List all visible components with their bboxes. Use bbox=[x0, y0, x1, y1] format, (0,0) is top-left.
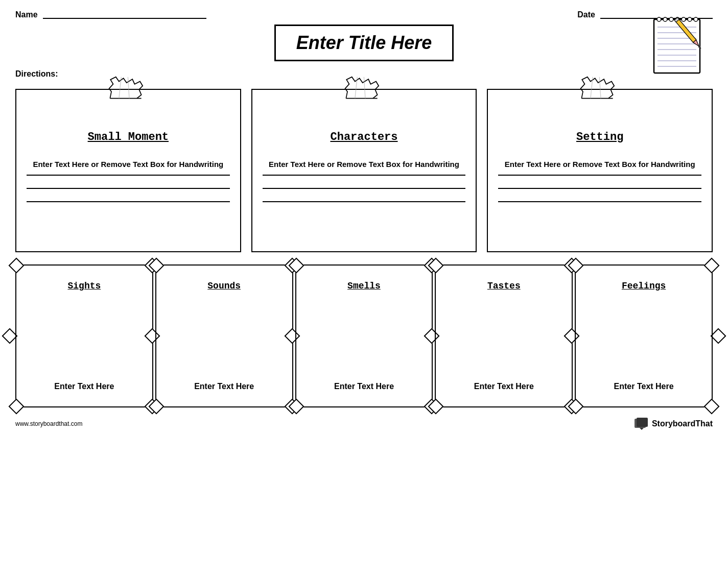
smells-title: Smells bbox=[347, 281, 381, 291]
svg-line-29 bbox=[600, 77, 601, 99]
header: Name Date bbox=[15, 10, 713, 19]
smells-text[interactable]: Enter Text Here bbox=[334, 382, 394, 391]
diamond-bl-sights bbox=[8, 398, 24, 414]
small-moment-card: Small Moment Enter Text Here or Remove T… bbox=[15, 89, 241, 252]
svg-rect-31 bbox=[637, 418, 648, 427]
tastes-text[interactable]: Enter Text Here bbox=[474, 382, 534, 391]
outer-right-diamond bbox=[710, 328, 726, 344]
card-line-2b bbox=[263, 201, 466, 202]
torn-top-3 bbox=[579, 76, 620, 103]
tastes-card: Tastes Enter Text Here bbox=[435, 264, 573, 407]
smells-card: Smells Enter Text Here bbox=[295, 264, 433, 407]
footer-url: www.storyboardthat.com bbox=[15, 420, 82, 427]
sights-title: Sights bbox=[67, 281, 101, 291]
setting-title: Setting bbox=[576, 131, 623, 143]
setting-text[interactable]: Enter Text Here or Remove Text Box for H… bbox=[498, 159, 701, 176]
torn-top-2 bbox=[344, 76, 385, 103]
svg-rect-0 bbox=[654, 19, 700, 73]
bottom-row-wrapper: Sights Enter Text Here Sounds Enter Text… bbox=[15, 264, 713, 407]
tastes-title: Tastes bbox=[487, 281, 521, 291]
card-line-3b bbox=[498, 201, 701, 202]
title-area: Enter Title Here bbox=[15, 25, 713, 61]
brand-name: StoryboardThat bbox=[652, 419, 713, 428]
characters-text[interactable]: Enter Text Here or Remove Text Box for H… bbox=[263, 159, 466, 176]
notepad-icon bbox=[646, 9, 713, 81]
card-line-2a bbox=[263, 188, 466, 189]
date-label: Date bbox=[577, 10, 595, 19]
name-label: Name bbox=[15, 10, 38, 19]
svg-point-3 bbox=[663, 17, 667, 21]
svg-point-2 bbox=[657, 17, 661, 21]
name-line bbox=[43, 11, 206, 19]
sounds-text[interactable]: Enter Text Here bbox=[194, 382, 254, 391]
card-line-1b bbox=[27, 201, 230, 202]
characters-title: Characters bbox=[330, 131, 397, 143]
footer: www.storyboardthat.com StoryboardThat bbox=[15, 418, 713, 430]
feelings-card: Feelings Enter Text Here bbox=[575, 264, 713, 407]
svg-marker-32 bbox=[640, 428, 644, 430]
bottom-cards-section: Sights Enter Text Here Sounds Enter Text… bbox=[15, 264, 713, 407]
diamond-br-feelings bbox=[703, 398, 719, 414]
diamond-tr-feelings bbox=[703, 257, 719, 273]
footer-brand: StoryboardThat bbox=[635, 418, 713, 430]
card-line-3a bbox=[498, 188, 701, 189]
sounds-card: Sounds Enter Text Here bbox=[155, 264, 293, 407]
card-line-1a bbox=[27, 188, 230, 189]
sounds-title: Sounds bbox=[207, 281, 241, 291]
diamond-tl-sights bbox=[8, 257, 24, 273]
title-box[interactable]: Enter Title Here bbox=[274, 25, 454, 61]
svg-line-26 bbox=[364, 77, 365, 99]
sights-text[interactable]: Enter Text Here bbox=[54, 382, 114, 391]
setting-card: Setting Enter Text Here or Remove Text B… bbox=[487, 89, 713, 252]
top-cards-section: Small Moment Enter Text Here or Remove T… bbox=[15, 89, 713, 252]
feelings-title: Feelings bbox=[622, 281, 666, 291]
sights-card: Sights Enter Text Here bbox=[15, 264, 153, 407]
storyboard-icon bbox=[635, 418, 649, 430]
small-moment-title: Small Moment bbox=[88, 131, 169, 143]
svg-point-8 bbox=[694, 17, 698, 21]
feelings-text[interactable]: Enter Text Here bbox=[614, 382, 674, 391]
svg-point-6 bbox=[682, 17, 686, 21]
svg-line-23 bbox=[128, 77, 129, 99]
small-moment-text[interactable]: Enter Text Here or Remove Text Box for H… bbox=[27, 159, 230, 176]
torn-top-1 bbox=[108, 76, 149, 103]
svg-point-4 bbox=[669, 17, 673, 21]
title-text: Enter Title Here bbox=[296, 32, 432, 53]
name-field: Name bbox=[15, 10, 206, 19]
characters-card: Characters Enter Text Here or Remove Tex… bbox=[251, 89, 477, 252]
svg-point-7 bbox=[688, 17, 692, 21]
